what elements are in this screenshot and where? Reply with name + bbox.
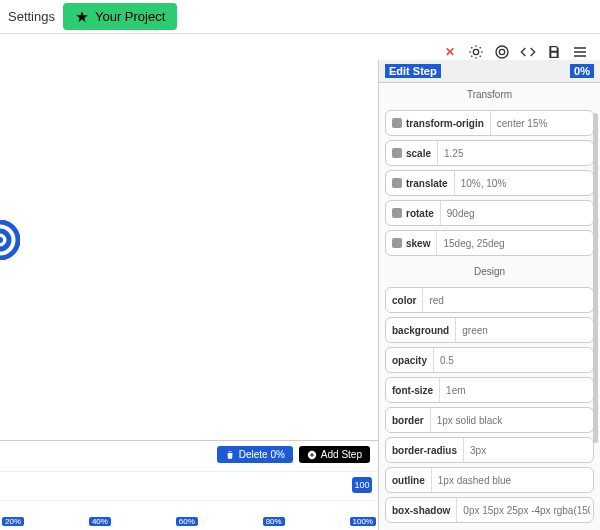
properties-panel: Edit Step 0% Transform transform-origin …: [378, 60, 600, 530]
preview-canvas: [0, 60, 370, 430]
info-icon[interactable]: [392, 148, 402, 158]
timeline-ticks: 20% 40% 60% 80% 100%: [0, 517, 378, 526]
svg-point-0: [473, 49, 478, 54]
project-label: Your Project: [95, 9, 165, 24]
tick: 20%: [2, 517, 24, 526]
label-font-size: font-size: [392, 385, 433, 396]
svg-point-1: [496, 46, 508, 58]
animated-element[interactable]: [0, 220, 20, 263]
settings-link[interactable]: Settings: [8, 9, 55, 24]
prop-background: background: [385, 317, 594, 343]
your-project-button[interactable]: Your Project: [63, 3, 177, 30]
input-border-radius[interactable]: [464, 438, 594, 462]
svg-point-2: [499, 49, 504, 54]
input-transform-origin[interactable]: [491, 111, 594, 135]
prop-color: color: [385, 287, 594, 313]
info-icon[interactable]: [392, 208, 402, 218]
prop-outline: outline: [385, 467, 594, 493]
info-icon[interactable]: [392, 238, 402, 248]
top-bar: Settings Your Project: [0, 0, 600, 34]
tick: 40%: [89, 517, 111, 526]
prop-scale: scale: [385, 140, 594, 166]
timeline: Delete 0% Add Step 100 20% 40% 60% 80% 1…: [0, 440, 378, 530]
step-percent-badge: 0%: [570, 64, 594, 78]
input-translate[interactable]: [455, 171, 594, 195]
timeline-controls: Delete 0% Add Step: [217, 446, 370, 463]
tick: 100%: [350, 517, 376, 526]
panel-scroll[interactable]: Transform transform-origin scale transla…: [379, 83, 600, 530]
delete-label: Delete 0%: [239, 449, 285, 460]
trash-icon: [225, 450, 235, 460]
input-color[interactable]: [423, 288, 593, 312]
label-transform-origin: transform-origin: [406, 118, 484, 129]
theme-icon[interactable]: [468, 44, 484, 60]
edit-step-title: Edit Step: [385, 64, 441, 78]
prop-border: border: [385, 407, 594, 433]
info-icon[interactable]: [392, 118, 402, 128]
label-translate: translate: [406, 178, 448, 189]
label-rotate: rotate: [406, 208, 434, 219]
input-border[interactable]: [431, 408, 593, 432]
label-box-shadow: box-shadow: [392, 505, 450, 516]
menu-icon[interactable]: [572, 44, 588, 60]
label-border-radius: border-radius: [392, 445, 457, 456]
prop-transform-origin: transform-origin: [385, 110, 594, 136]
tick: 60%: [176, 517, 198, 526]
label-color: color: [392, 295, 416, 306]
label-scale: scale: [406, 148, 431, 159]
label-border: border: [392, 415, 424, 426]
prop-translate: translate: [385, 170, 594, 196]
input-font-size[interactable]: [440, 378, 593, 402]
add-step-button[interactable]: Add Step: [299, 446, 370, 463]
timeline-track[interactable]: 100: [0, 471, 378, 501]
save-icon[interactable]: [546, 44, 562, 60]
add-label: Add Step: [321, 449, 362, 460]
tick: 80%: [263, 517, 285, 526]
timeline-marker[interactable]: 100: [352, 477, 372, 493]
label-background: background: [392, 325, 449, 336]
input-rotate[interactable]: [441, 201, 593, 225]
star-icon: [75, 10, 89, 24]
label-outline: outline: [392, 475, 425, 486]
close-icon[interactable]: ✕: [442, 44, 458, 60]
label-opacity: opacity: [392, 355, 427, 366]
panel-header: Edit Step 0%: [379, 60, 600, 83]
target-shape-icon: [0, 220, 20, 260]
input-opacity[interactable]: [434, 348, 593, 372]
label-skew: skew: [406, 238, 430, 249]
prop-font-size: font-size: [385, 377, 594, 403]
delete-step-button[interactable]: Delete 0%: [217, 446, 293, 463]
prop-skew: skew: [385, 230, 594, 256]
info-icon[interactable]: [392, 178, 402, 188]
input-scale[interactable]: [438, 141, 593, 165]
svg-point-5: [0, 237, 3, 243]
prop-opacity: opacity: [385, 347, 594, 373]
design-section-title: Design: [379, 260, 600, 283]
input-background[interactable]: [456, 318, 594, 342]
target-toolbar-icon[interactable]: [494, 44, 510, 60]
prop-box-shadow: box-shadow: [385, 497, 594, 523]
input-box-shadow[interactable]: [457, 498, 594, 522]
panel-scrollbar[interactable]: [593, 113, 598, 443]
input-outline[interactable]: [432, 468, 593, 492]
plus-circle-icon: [307, 450, 317, 460]
prop-border-radius: border-radius: [385, 437, 594, 463]
input-skew[interactable]: [437, 231, 593, 255]
prop-rotate: rotate: [385, 200, 594, 226]
transform-section-title: Transform: [379, 83, 600, 106]
code-icon[interactable]: [520, 44, 536, 60]
